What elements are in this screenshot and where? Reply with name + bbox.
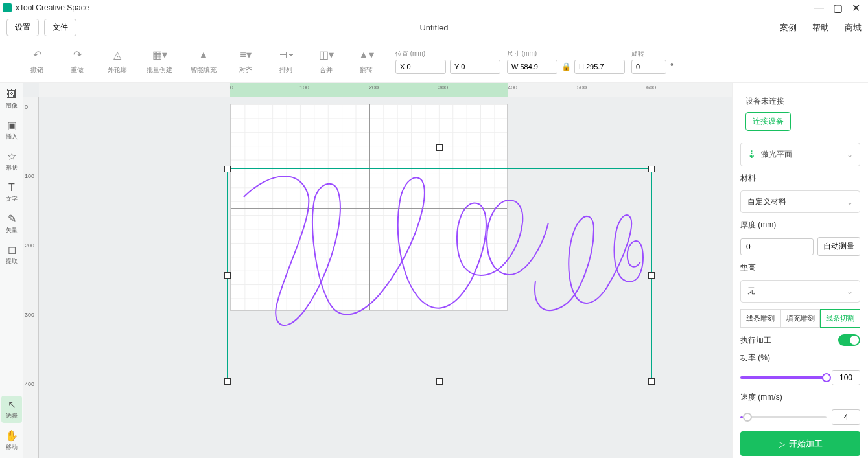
y-input[interactable] bbox=[450, 60, 500, 74]
undo-button[interactable]: ↶撤销 bbox=[26, 49, 48, 74]
smart-fill-button[interactable]: ▲智能填充 bbox=[191, 49, 217, 74]
riser-value: 无 bbox=[747, 286, 755, 297]
resize-handle-bm[interactable] bbox=[436, 378, 443, 385]
chevron-down-icon: ⌄ bbox=[847, 150, 853, 159]
lock-aspect-icon[interactable]: 🔒 bbox=[561, 62, 570, 71]
laser-mode-label: 激光平面 bbox=[761, 149, 792, 160]
minimize-button[interactable]: — bbox=[814, 2, 824, 14]
settings-button[interactable]: 设置 bbox=[6, 19, 39, 36]
fill-icon: ▲ bbox=[198, 49, 209, 62]
auto-measure-button[interactable]: 自动测量 bbox=[817, 237, 860, 256]
cursor-icon: ↖ bbox=[8, 399, 16, 411]
rotation-input[interactable] bbox=[631, 60, 666, 74]
combine-button[interactable]: ◫▾合并 bbox=[315, 49, 337, 74]
file-button[interactable]: 文件 bbox=[44, 19, 76, 36]
play-icon: ▷ bbox=[779, 439, 785, 449]
toolbar: ↶撤销 ↷重做 ◬外轮廓 ▦▾批量创建 ▲智能填充 ≡▾对齐 ⫤▾排列 ◫▾合并… bbox=[0, 40, 868, 83]
speed-value-input[interactable] bbox=[832, 409, 860, 425]
batch-create-button[interactable]: ▦▾批量创建 bbox=[147, 49, 172, 74]
store-link[interactable]: 商城 bbox=[845, 22, 862, 34]
maximize-button[interactable]: ▢ bbox=[833, 2, 843, 14]
menubar: 设置 文件 Untitled 案例 帮助 商城 bbox=[0, 16, 868, 40]
combine-icon: ◫▾ bbox=[319, 49, 334, 62]
riser-label: 垫高 bbox=[740, 262, 860, 273]
laser-mode-select[interactable]: ⇣ 激光平面 ⌄ bbox=[740, 143, 860, 166]
tab-line-engrave[interactable]: 线条雕刻 bbox=[740, 309, 780, 328]
text-icon: T bbox=[8, 182, 15, 194]
undo-icon: ↶ bbox=[33, 49, 41, 62]
selection-box[interactable] bbox=[227, 168, 652, 382]
titlebar: xTool Creative Space — ▢ ✕ bbox=[0, 0, 868, 16]
chevron-down-icon: ⌄ bbox=[847, 287, 853, 296]
power-value-input[interactable] bbox=[832, 370, 860, 385]
connection-panel: 设备未连接 连接设备 bbox=[740, 91, 860, 136]
power-slider[interactable] bbox=[740, 376, 827, 379]
riser-select[interactable]: 无 ⌄ bbox=[740, 280, 860, 303]
resize-handle-bl[interactable] bbox=[224, 378, 231, 385]
close-button[interactable]: ✕ bbox=[852, 2, 860, 14]
examples-link[interactable]: 案例 bbox=[780, 22, 797, 34]
resize-handle-mr[interactable] bbox=[648, 272, 655, 279]
left-sidebar: 🖼图像 ▣插入 ☆形状 T文字 ✎矢量 ◻提取 ↖选择 ✋移动 bbox=[0, 83, 23, 458]
resize-handle-tl[interactable] bbox=[224, 166, 231, 172]
connect-device-button[interactable]: 连接设备 bbox=[745, 112, 791, 131]
tab-line-cut[interactable]: 线条切割 bbox=[820, 309, 860, 328]
align-icon: ≡▾ bbox=[240, 49, 251, 62]
vector-tool[interactable]: ✎矢量 bbox=[1, 210, 22, 237]
move-tool[interactable]: ✋移动 bbox=[1, 427, 22, 454]
align-button[interactable]: ≡▾对齐 bbox=[235, 49, 257, 74]
ruler-horizontal: 0 100 200 300 400 500 600 bbox=[39, 83, 732, 97]
outline-button[interactable]: ◬外轮廓 bbox=[106, 49, 128, 74]
rotate-handle[interactable] bbox=[436, 144, 443, 151]
resize-handle-tr[interactable] bbox=[648, 166, 655, 172]
w-input[interactable] bbox=[507, 60, 557, 74]
thickness-input[interactable] bbox=[740, 238, 814, 255]
chevron-down-icon: ⌄ bbox=[847, 198, 853, 207]
insert-tool[interactable]: ▣插入 bbox=[1, 117, 22, 144]
flip-button[interactable]: ▲▾翻转 bbox=[355, 49, 377, 74]
h-input[interactable] bbox=[574, 60, 625, 74]
thickness-label: 厚度 (mm) bbox=[740, 220, 860, 231]
tab-fill-engrave[interactable]: 填充雕刻 bbox=[780, 309, 821, 328]
image-tool[interactable]: 🖼图像 bbox=[1, 86, 22, 113]
rotation-label: 旋转 bbox=[631, 49, 674, 58]
material-value: 自定义材料 bbox=[747, 196, 786, 207]
flip-icon: ▲▾ bbox=[358, 49, 374, 62]
size-label: 尺寸 (mm) bbox=[507, 49, 625, 58]
image-icon: 🖼 bbox=[6, 89, 17, 100]
help-link[interactable]: 帮助 bbox=[812, 22, 829, 34]
position-label: 位置 (mm) bbox=[395, 49, 500, 58]
laser-icon: ⇣ bbox=[747, 148, 756, 161]
extract-icon: ◻ bbox=[8, 244, 16, 256]
material-select[interactable]: 自定义材料 ⌄ bbox=[740, 190, 860, 213]
ruler-vertical: 0 100 200 300 400 bbox=[23, 97, 39, 458]
app-icon bbox=[3, 3, 12, 12]
select-tool[interactable]: ↖选择 bbox=[1, 396, 22, 423]
resize-handle-br[interactable] bbox=[648, 378, 655, 385]
insert-icon: ▣ bbox=[7, 120, 17, 132]
arrange-button[interactable]: ⫤▾排列 bbox=[275, 49, 297, 74]
canvas[interactable]: 0 100 200 300 400 500 600 0 100 200 300 … bbox=[23, 83, 732, 458]
start-processing-button[interactable]: ▷ 开始加工 bbox=[740, 431, 860, 456]
resize-handle-ml[interactable] bbox=[224, 272, 231, 279]
device-status-text: 设备未连接 bbox=[745, 96, 855, 107]
hand-icon: ✋ bbox=[5, 430, 18, 442]
speed-label: 速度 (mm/s) bbox=[740, 392, 860, 403]
speed-slider[interactable] bbox=[740, 416, 827, 418]
x-input[interactable] bbox=[395, 60, 446, 74]
execute-toggle[interactable] bbox=[838, 334, 860, 346]
shape-tool[interactable]: ☆形状 bbox=[1, 148, 22, 175]
document-title: Untitled bbox=[419, 23, 448, 32]
text-tool[interactable]: T文字 bbox=[1, 179, 22, 206]
start-button-label: 开始加工 bbox=[789, 438, 823, 450]
execute-label: 执行加工 bbox=[740, 335, 771, 346]
outline-icon: ◬ bbox=[113, 49, 121, 62]
arrange-icon: ⫤▾ bbox=[278, 49, 294, 62]
redo-icon: ↷ bbox=[73, 49, 82, 62]
redo-button[interactable]: ↷重做 bbox=[66, 49, 88, 74]
extract-tool[interactable]: ◻提取 bbox=[1, 241, 22, 268]
shape-icon: ☆ bbox=[7, 151, 16, 163]
process-tabs: 线条雕刻 填充雕刻 线条切割 bbox=[740, 309, 860, 328]
right-panel: 设备未连接 连接设备 ⇣ 激光平面 ⌄ 材料 自定义材料 ⌄ 厚度 (mm) 自… bbox=[732, 83, 868, 458]
material-label: 材料 bbox=[740, 173, 860, 184]
